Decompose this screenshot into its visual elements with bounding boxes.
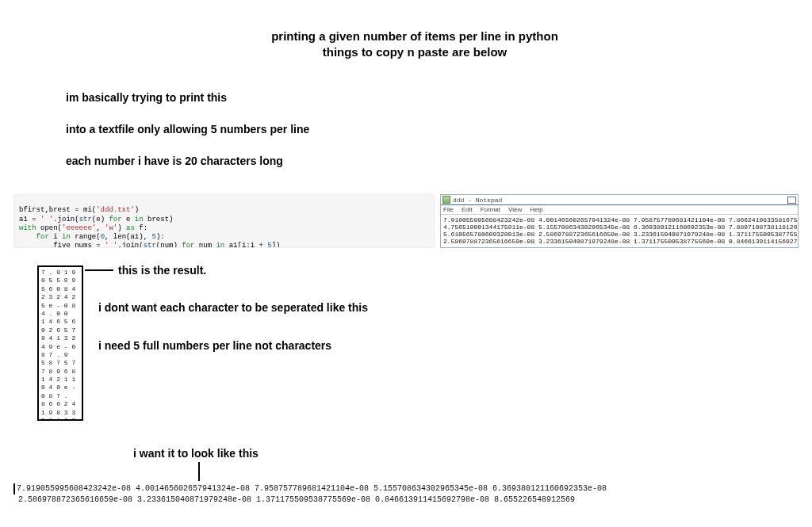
want-pointer-line: [198, 462, 200, 481]
code-block: bfirst,brest = mi('ddd.txt') a1 = ' '.jo…: [13, 194, 435, 248]
desired-output: 7.919055995608423242e-08 4.0014656026579…: [13, 483, 799, 506]
caption-2: i need 5 full numbers per line not chara…: [98, 339, 331, 352]
caption-1: i dont want each character to be seperat…: [98, 301, 368, 314]
notepad-menubar: File Edit Format View Help: [441, 205, 798, 215]
intro-line-2: into a textfile only allowing 5 numbers …: [66, 123, 309, 136]
menu-edit[interactable]: Edit: [462, 206, 473, 213]
title-line-2: things to copy n paste are below: [193, 44, 637, 60]
result-box: 7 . 9 1 90 5 5 9 95 6 0 8 42 3 2 4 25 e …: [37, 265, 83, 421]
intro-line-1: im basically trying to print this: [66, 91, 227, 104]
intro-line-3: each number i have is 20 characters long: [66, 155, 283, 167]
notepad-titlebar: ddd - Notepad: [441, 195, 798, 205]
want-label: i want it to look like this: [133, 447, 259, 460]
notepad-window: ddd - Notepad File Edit Format View Help…: [440, 194, 799, 248]
notepad-body: 7.919055995608423242e-08 4.0014656026579…: [441, 215, 798, 246]
maximize-icon[interactable]: [787, 197, 796, 204]
menu-file[interactable]: File: [443, 206, 454, 213]
result-label: this is the result.: [118, 264, 206, 277]
menu-format[interactable]: Format: [481, 206, 500, 213]
notepad-title: ddd - Notepad: [453, 197, 502, 204]
notepad-icon: [442, 196, 450, 204]
page-title: printing a given number of items per lin…: [193, 29, 637, 61]
menu-view[interactable]: View: [508, 206, 522, 213]
title-line-1: printing a given number of items per lin…: [193, 29, 637, 44]
menu-help[interactable]: Help: [530, 206, 542, 213]
result-pointer-line: [85, 269, 113, 271]
